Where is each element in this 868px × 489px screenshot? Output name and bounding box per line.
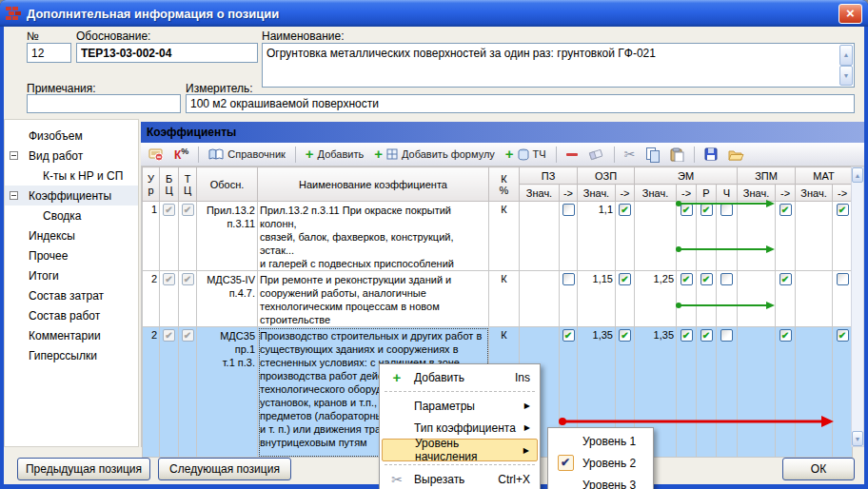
em-r-checkbox[interactable]: ✔: [700, 273, 713, 285]
ozp-apply-checkbox[interactable]: ✔: [619, 273, 631, 285]
submenu-item-уровень-2[interactable]: ✔Уровень 2: [550, 452, 651, 474]
zpm-apply-cell[interactable]: ✔: [776, 202, 796, 271]
em-apply-cell[interactable]: ✔: [677, 271, 697, 327]
menu-item-уровень-начисления[interactable]: Уровень начисления▶: [382, 439, 538, 461]
pz-apply-cell[interactable]: [560, 271, 578, 327]
zpm-apply-cell[interactable]: ✔: [776, 271, 796, 327]
open-button[interactable]: [724, 147, 748, 163]
mat-apply-cell[interactable]: ✔: [833, 327, 853, 458]
sidebar-item-сводка[interactable]: Сводка: [5, 205, 138, 225]
justification-cell[interactable]: Прил.13.2 п.3.11: [197, 202, 258, 271]
coefficient-name-cell[interactable]: При ремонте и реконструкции зданий и соо…: [258, 271, 489, 327]
em-value-cell[interactable]: 1,25: [635, 271, 677, 327]
pz-apply-checkbox[interactable]: [562, 273, 575, 285]
sidebar-item-гиперссылки[interactable]: Гиперссылки: [5, 345, 138, 365]
zpm-value-cell[interactable]: [738, 202, 776, 271]
mat-value-cell[interactable]: [796, 327, 833, 458]
row-number-cell[interactable]: 2: [143, 271, 160, 327]
basis-input[interactable]: [76, 43, 258, 63]
mat-value-cell[interactable]: [796, 271, 833, 327]
k-percent-button[interactable]: К%: [170, 145, 192, 164]
ozp-value-cell[interactable]: 1,1: [578, 202, 616, 271]
menu-item-добавить[interactable]: +ДобавитьIns: [382, 366, 538, 388]
close-button[interactable]: ×: [838, 4, 862, 24]
add-tch-button[interactable]: + ТЧ: [502, 147, 550, 163]
ozp-value-cell[interactable]: 1,15: [578, 271, 616, 327]
sidebar-item-состав-затрат[interactable]: Состав затрат: [5, 285, 138, 305]
em-apply-cell[interactable]: ✔: [677, 202, 697, 271]
sidebar-item-прочее[interactable]: Прочее: [5, 245, 138, 265]
zpm-apply-checkbox[interactable]: ✔: [779, 204, 792, 216]
current-price-checkbox[interactable]: ✔: [182, 329, 194, 342]
k-type-cell[interactable]: К: [489, 271, 520, 327]
mat-apply-checkbox[interactable]: ✔: [837, 204, 849, 216]
em-ch-checkbox[interactable]: [720, 329, 733, 342]
base-price-checkbox[interactable]: ✔: [163, 204, 175, 216]
current-price-checkbox[interactable]: ✔: [182, 273, 194, 285]
sidebar-item-комментарии[interactable]: Комментарии: [5, 325, 138, 345]
sidebar-item-индексы[interactable]: Индексы: [5, 225, 138, 245]
row-number-cell[interactable]: 2: [143, 327, 160, 458]
k-type-cell[interactable]: К: [489, 202, 520, 271]
scroll-up-icon[interactable]: ▲: [852, 167, 863, 183]
current-price-cell[interactable]: ✔: [179, 271, 197, 327]
save-button[interactable]: [700, 146, 721, 163]
prev-position-button[interactable]: Предыдущая позиция: [17, 458, 150, 480]
em-r-checkbox[interactable]: ✔: [700, 204, 713, 216]
base-price-checkbox[interactable]: ✔: [163, 273, 175, 285]
base-price-checkbox[interactable]: ✔: [163, 329, 175, 342]
menu-item-вырезать[interactable]: ✂ВырезатьCtrl+X: [382, 468, 538, 489]
paste-button[interactable]: [666, 146, 688, 164]
sidebar-item-физобъем[interactable]: Физобъем: [5, 126, 138, 146]
em-r-cell[interactable]: ✔: [697, 327, 717, 458]
name-scrollbar[interactable]: ▲ ▼: [839, 45, 853, 86]
ok-button[interactable]: ОК: [782, 458, 855, 480]
reference-button[interactable]: Справочник: [205, 147, 289, 163]
collapse-icon[interactable]: [10, 151, 18, 160]
ozp-apply-cell[interactable]: ✔: [616, 202, 635, 271]
row-number-cell[interactable]: 1: [143, 202, 160, 271]
coefficient-name-cell[interactable]: Прил.13.2 п.3.11 При окраске покрытий ко…: [258, 202, 489, 271]
menu-item-параметры[interactable]: Параметры▶: [382, 395, 538, 417]
table-scrollbar[interactable]: ▲ ▼: [851, 166, 864, 447]
justification-cell[interactable]: МДС35 пр.1 т.1 п.3.: [197, 327, 258, 458]
scroll-down-icon[interactable]: ▼: [852, 431, 863, 446]
notes-input[interactable]: [27, 94, 181, 113]
em-ch-checkbox[interactable]: [720, 204, 733, 216]
table-row[interactable]: 2✔✔МДС35-IV п.4.7.При ремонте и реконстр…: [143, 271, 853, 327]
scroll-up-icon[interactable]: ▲: [839, 45, 853, 66]
em-apply-checkbox[interactable]: ✔: [681, 329, 693, 342]
cut-button[interactable]: ✂: [621, 146, 640, 163]
mat-apply-cell[interactable]: ✔: [833, 202, 853, 271]
em-ch-checkbox[interactable]: [720, 273, 733, 285]
ozp-apply-checkbox[interactable]: ✔: [619, 204, 631, 216]
em-r-checkbox[interactable]: ✔: [700, 329, 713, 342]
mat-apply-checkbox[interactable]: ✔: [837, 329, 849, 342]
zpm-value-cell[interactable]: [738, 271, 776, 327]
pz-apply-checkbox[interactable]: [562, 204, 575, 216]
em-ch-cell[interactable]: [717, 202, 738, 271]
ozp-apply-checkbox[interactable]: ✔: [619, 329, 631, 342]
zpm-apply-cell[interactable]: ✔: [776, 327, 796, 458]
current-price-cell[interactable]: ✔: [179, 327, 197, 458]
ozp-apply-cell[interactable]: ✔: [616, 271, 635, 327]
add-formula-button[interactable]: + Добавить формулу: [370, 147, 499, 162]
submenu-item-уровень-3[interactable]: Уровень 3: [550, 474, 651, 489]
delete-button[interactable]: [562, 151, 582, 158]
em-r-cell[interactable]: ✔: [697, 271, 717, 327]
sidebar-item-вид-работ[interactable]: Вид работ: [5, 146, 138, 166]
table-row[interactable]: 1✔✔Прил.13.2 п.3.11Прил.13.2 п.3.11 При …: [143, 202, 853, 271]
base-price-cell[interactable]: ✔: [160, 202, 179, 271]
next-position-button[interactable]: Следующая позиция: [158, 458, 291, 480]
mat-apply-checkbox[interactable]: [837, 273, 849, 285]
add-button[interactable]: + Добавить: [302, 147, 367, 162]
sidebar-item-коэффициенты[interactable]: Коэффициенты: [5, 186, 138, 205]
pz-value-cell[interactable]: [520, 202, 560, 271]
em-ch-cell[interactable]: [717, 271, 738, 327]
pz-apply-cell[interactable]: [560, 202, 578, 271]
em-apply-cell[interactable]: ✔: [677, 327, 697, 458]
current-price-cell[interactable]: ✔: [179, 202, 197, 271]
zpm-apply-checkbox[interactable]: ✔: [779, 329, 792, 342]
zpm-apply-checkbox[interactable]: ✔: [779, 273, 792, 285]
current-price-checkbox[interactable]: ✔: [182, 204, 194, 216]
